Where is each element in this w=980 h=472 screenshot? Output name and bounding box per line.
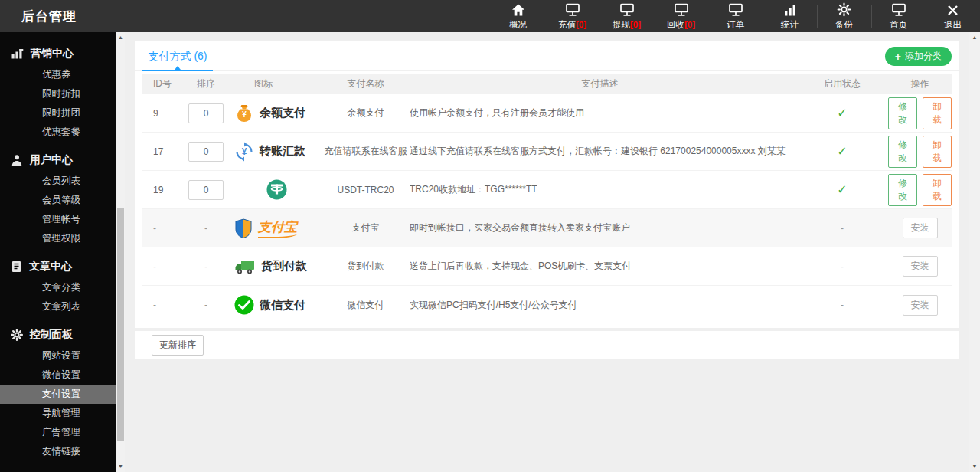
cell-name: 货到付款: [322, 260, 410, 273]
sidebar-item-friend-links[interactable]: 友情链接: [0, 442, 116, 461]
withdraw-badge: [0]: [630, 20, 641, 29]
edit-button[interactable]: 修改: [888, 136, 917, 168]
home-icon: [511, 3, 526, 17]
add-category-button[interactable]: + 添加分类: [885, 47, 952, 66]
sidebar-item-site-settings[interactable]: 网站设置: [0, 346, 116, 365]
sidebar-item-article-list[interactable]: 文章列表: [0, 297, 116, 316]
main-scrollbar[interactable]: ▲ ▼: [969, 32, 980, 472]
sort-input[interactable]: [188, 180, 224, 200]
tab-payment-methods[interactable]: 支付方式 (6): [142, 41, 213, 71]
cell-id: 17: [142, 146, 181, 157]
sort-input[interactable]: [188, 103, 224, 123]
scroll-down-arrow[interactable]: ▼: [969, 462, 980, 471]
edit-button[interactable]: 修改: [888, 97, 917, 129]
sidebar-item-flash-discount[interactable]: 限时折扣: [0, 84, 116, 103]
nav-item-logout[interactable]: 退出: [926, 0, 980, 32]
sidebar-header-marketing[interactable]: 营销中心: [0, 44, 116, 64]
cell-desc: 即时到帐接口，买家交易金额直接转入卖家支付宝账户: [410, 221, 796, 234]
sidebar-header-users[interactable]: 用户中心: [0, 150, 116, 170]
sidebar-item-admin-permissions[interactable]: 管理权限: [0, 229, 116, 248]
gear-icon: [837, 3, 851, 17]
nav-item-withdraw[interactable]: 提现[0]: [599, 0, 654, 32]
sidebar-item-member-list[interactable]: 会员列表: [0, 172, 116, 191]
sidebar-item-discount-package[interactable]: 优惠套餐: [0, 123, 116, 142]
cell-desc: 实现微信PC扫码支付/H5支付/公众号支付: [410, 299, 796, 312]
nav-item-recycle[interactable]: 回收[0]: [654, 0, 708, 32]
nav-item-backup[interactable]: 备份: [817, 0, 871, 32]
top-nav: 概况 充值[0] 提现[0] 回收[0] 订单 统计 备份 首页: [491, 0, 980, 32]
alipay-logo-text: 支付宝: [258, 218, 297, 238]
sidebar-section-articles: 文章中心 文章分类 文章列表: [0, 257, 116, 316]
sidebar-section-marketing: 营销中心 优惠券 限时折扣 限时拼团 优惠套餐: [0, 44, 116, 142]
scroll-down-arrow[interactable]: ▼: [116, 462, 125, 471]
payment-table: ID号 排序 图标 支付名称 支付描述 启用状态 操作 9 ¥ 余额支付 余额支…: [142, 74, 952, 324]
cell-desc: 使用帐户余额支付，只有注册会员才能使用: [410, 107, 796, 120]
svg-text:¥: ¥: [242, 146, 247, 157]
table-row-balance-pay: 9 ¥ 余额支付 余额支付 使用帐户余额支付，只有注册会员才能使用 ✓ 修改 卸…: [142, 94, 952, 133]
cell-name: 余额支付: [322, 107, 410, 120]
table-row-usdt: 19 USDT-TRC20 TRC20收款地址：TGG******TT ✓ 修改…: [142, 171, 952, 209]
cell-id: 9: [142, 108, 181, 119]
header-status: 启用状态: [796, 77, 888, 90]
cell-desc: TRC20收款地址：TGG******TT: [410, 183, 796, 196]
header-name: 支付名称: [322, 77, 410, 90]
cell-name: 充值请联系在线客服: [322, 145, 410, 158]
nav-item-overview[interactable]: 概况: [491, 0, 545, 32]
sidebar-item-coupons[interactable]: 优惠券: [0, 65, 116, 84]
sidebar-header-control-panel[interactable]: 控制面板: [0, 325, 116, 345]
payment-methods-card: 支付方式 (6) + 添加分类 ID号 排序 图标 支付名称 支付描述 启用状态…: [135, 41, 959, 328]
nav-label: 备份: [835, 19, 853, 31]
uninstall-button[interactable]: 卸载: [923, 174, 952, 206]
monitor-icon: [890, 3, 907, 17]
cell-name: 微信支付: [322, 299, 410, 312]
chart-icon: [11, 48, 24, 60]
nav-item-stats[interactable]: 统计: [763, 0, 817, 32]
sidebar-item-nav-management[interactable]: 导航管理: [0, 404, 116, 423]
edit-button[interactable]: 修改: [888, 174, 917, 206]
sidebar-item-ad-management[interactable]: 广告管理: [0, 423, 116, 442]
article-icon: [11, 261, 22, 273]
nav-label: 回收[0]: [667, 19, 695, 31]
icon-label: 转账汇款: [260, 144, 305, 159]
nav-label: 统计: [781, 19, 799, 31]
nav-item-orders[interactable]: 订单: [708, 0, 763, 32]
cell-name: USDT-TRC20: [322, 185, 410, 195]
sidebar-header-articles[interactable]: 文章中心: [0, 257, 116, 277]
nav-label: 退出: [944, 19, 962, 31]
install-button[interactable]: 安装: [903, 295, 938, 316]
scrollbar-thumb[interactable]: [117, 208, 124, 441]
monitor-icon: [673, 3, 690, 17]
sidebar-item-group-buy[interactable]: 限时拼团: [0, 103, 116, 123]
recharge-badge: [0]: [576, 20, 586, 29]
scroll-up-arrow[interactable]: ▲: [116, 33, 125, 42]
close-icon: [946, 3, 959, 17]
alipay-shield-icon: [234, 218, 253, 238]
nav-item-recharge[interactable]: 充值[0]: [545, 0, 599, 32]
cell-desc: 通过线下充值请联系在线客服方式支付，汇款帐号：建设银行 621700254000…: [410, 145, 796, 158]
sidebar-scrollbar[interactable]: ▲ ▼: [116, 32, 125, 472]
table-row-cash-on-delivery: - - 货到付款 货到付款 送货上门后再收款，支持现金、POS机刷卡、支票支付 …: [142, 247, 952, 286]
delivery-truck-icon: [234, 257, 256, 276]
install-button[interactable]: 安装: [903, 218, 938, 238]
nav-item-homepage[interactable]: 首页: [871, 0, 926, 32]
enabled-check-icon: ✓: [837, 183, 847, 196]
nav-label: 提现[0]: [612, 19, 641, 31]
uninstall-button[interactable]: 卸载: [923, 136, 952, 168]
sidebar-item-article-categories[interactable]: 文章分类: [0, 278, 116, 297]
uninstall-button[interactable]: 卸载: [923, 97, 952, 129]
update-sort-button[interactable]: 更新排序: [152, 335, 204, 356]
sidebar-item-payment-settings[interactable]: 支付设置: [0, 385, 116, 404]
plus-icon: +: [895, 51, 901, 62]
wechat-pay-icon: [234, 295, 254, 315]
scroll-up-arrow[interactable]: ▲: [969, 33, 980, 42]
gear-icon: [11, 329, 23, 341]
sidebar-item-member-level[interactable]: 会员等级: [0, 191, 116, 210]
app-title: 后台管理: [0, 8, 77, 25]
bank-transfer-icon: ¥: [234, 142, 254, 162]
install-button[interactable]: 安装: [903, 256, 938, 277]
cell-desc: 送货上门后再收款，支持现金、POS机刷卡、支票支付: [410, 260, 796, 273]
sort-input[interactable]: [188, 142, 224, 162]
sidebar-item-wechat-settings[interactable]: 微信设置: [0, 365, 116, 385]
sidebar-item-admin-accounts[interactable]: 管理帐号: [0, 210, 116, 229]
cell-id: -: [142, 300, 181, 310]
